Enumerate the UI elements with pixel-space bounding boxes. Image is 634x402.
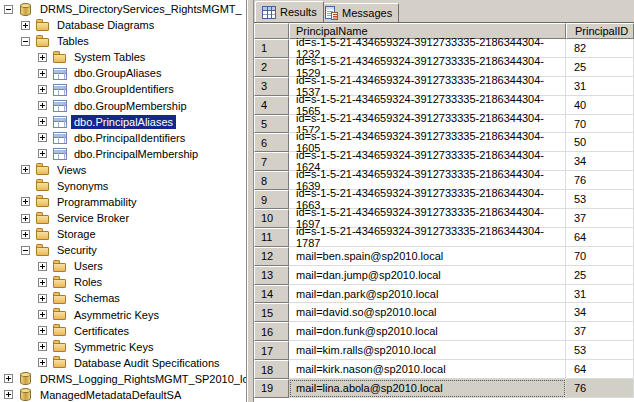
- tab-messages[interactable]: Messages: [318, 3, 399, 22]
- principalid-cell[interactable]: 34: [566, 152, 634, 171]
- expander-icon[interactable]: [21, 246, 30, 255]
- row-number-cell[interactable]: 13: [254, 266, 289, 285]
- principalid-cell[interactable]: 70: [566, 115, 634, 134]
- expander-icon[interactable]: [4, 5, 13, 14]
- row-number-cell[interactable]: 10: [254, 209, 289, 228]
- row-number-cell[interactable]: 16: [254, 322, 289, 341]
- tree-item-dbo-principalidentifiers[interactable]: dbo.PrincipalIdentifiers: [0, 130, 246, 146]
- tree-item-tables[interactable]: Tables: [0, 33, 246, 49]
- row-number-cell[interactable]: 2: [254, 58, 289, 77]
- tree-item-asymmetric-keys[interactable]: Asymmetric Keys: [0, 306, 246, 322]
- principalname-cell[interactable]: mail=lina.abola@sp2010.local: [289, 379, 566, 398]
- principalid-cell[interactable]: 82: [566, 39, 634, 58]
- tree-item-service-broker[interactable]: Service Broker: [0, 210, 246, 226]
- grid-corner-cell[interactable]: [254, 23, 289, 39]
- tree-item-synonyms[interactable]: Synonyms: [0, 178, 246, 194]
- principalid-cell[interactable]: 31: [566, 285, 634, 304]
- expander-icon[interactable]: [38, 133, 47, 142]
- principalid-cell[interactable]: 53: [566, 341, 634, 360]
- expander-icon[interactable]: [21, 230, 30, 239]
- row-number-cell[interactable]: 4: [254, 96, 289, 115]
- tree-item-programmability[interactable]: Programmability: [0, 194, 246, 210]
- row-number-cell[interactable]: 15: [254, 303, 289, 322]
- tree-item-system-tables[interactable]: System Tables: [0, 49, 246, 65]
- principalname-cell[interactable]: mail=don.funk@sp2010.local: [289, 322, 566, 341]
- row-number-cell[interactable]: 12: [254, 247, 289, 266]
- principalid-cell[interactable]: 76: [566, 379, 634, 398]
- row-number-cell[interactable]: 3: [254, 77, 289, 96]
- expander-icon[interactable]: [38, 117, 47, 126]
- principalid-cell[interactable]: 25: [566, 266, 634, 285]
- row-number-cell[interactable]: 7: [254, 152, 289, 171]
- expander-icon[interactable]: [21, 214, 30, 223]
- principalid-cell[interactable]: 25: [566, 58, 634, 77]
- row-number-cell[interactable]: 8: [254, 171, 289, 190]
- row-number-cell[interactable]: 6: [254, 133, 289, 152]
- principalid-cell[interactable]: 70: [566, 247, 634, 266]
- tree-item-database-audit-specifications[interactable]: Database Audit Specifications: [0, 355, 246, 371]
- row-number-cell[interactable]: 19: [254, 379, 289, 398]
- principalname-cell[interactable]: mail=dan.jump@sp2010.local: [289, 266, 566, 285]
- tab-results[interactable]: Results: [255, 1, 324, 22]
- expander-icon[interactable]: [38, 53, 47, 62]
- expander-icon[interactable]: [38, 69, 47, 78]
- principalname-cell[interactable]: mail=david.so@sp2010.local: [289, 303, 566, 322]
- tree-item-dbo-groupaliases[interactable]: dbo.GroupAliases: [0, 65, 246, 81]
- principalname-cell[interactable]: id=s-1-5-21-434659324-3912733335-2186344…: [289, 228, 566, 247]
- principalname-cell[interactable]: mail=kirk.nason@sp2010.local: [289, 360, 566, 379]
- row-number-cell[interactable]: 5: [254, 115, 289, 134]
- expander-icon[interactable]: [38, 326, 47, 335]
- tree-item-schemas[interactable]: Schemas: [0, 290, 246, 306]
- tree-item-storage[interactable]: Storage: [0, 226, 246, 242]
- expander-icon[interactable]: [38, 342, 47, 351]
- expander-icon[interactable]: [38, 101, 47, 110]
- tree-item-database-diagrams[interactable]: Database Diagrams: [0, 17, 246, 33]
- column-header-principalid[interactable]: PrincipalID: [566, 23, 634, 39]
- expander-icon[interactable]: [21, 21, 30, 30]
- expander-icon[interactable]: [38, 85, 47, 94]
- tree-item-dbo-groupmembership[interactable]: dbo.GroupMembership: [0, 97, 246, 113]
- expander-icon[interactable]: [21, 37, 30, 46]
- tree-item-roles[interactable]: Roles: [0, 274, 246, 290]
- tree-item-security[interactable]: Security: [0, 242, 246, 258]
- principalid-cell[interactable]: 64: [566, 228, 634, 247]
- tree-item-users[interactable]: Users: [0, 258, 246, 274]
- principalid-cell[interactable]: 40: [566, 96, 634, 115]
- principalid-cell[interactable]: 31: [566, 77, 634, 96]
- expander-icon[interactable]: [4, 374, 13, 383]
- principalid-cell[interactable]: 37: [566, 209, 634, 228]
- row-number-cell[interactable]: 9: [254, 190, 289, 209]
- tree-item-drms-logging-rightsmgmt-sp2010-lo[interactable]: DRMS_Logging_RightsMGMT_SP2010_lo: [0, 371, 246, 387]
- row-number-cell[interactable]: 11: [254, 228, 289, 247]
- expander-icon[interactable]: [38, 294, 47, 303]
- tree-item-drms-directoryservices-rightsmgmt-[interactable]: DRMS_DirectoryServices_RightsMGMT_: [0, 1, 246, 17]
- expander-icon[interactable]: [4, 390, 13, 399]
- row-number-cell[interactable]: 14: [254, 285, 289, 304]
- row-number-cell[interactable]: 1: [254, 39, 289, 58]
- tree-item-certificates[interactable]: Certificates: [0, 323, 246, 339]
- expander-icon[interactable]: [21, 197, 30, 206]
- tree-item-dbo-groupidentifiers[interactable]: dbo.GroupIdentifiers: [0, 81, 246, 97]
- expander-icon[interactable]: [38, 358, 47, 367]
- principalid-cell[interactable]: 76: [566, 171, 634, 190]
- expander-icon[interactable]: [21, 165, 30, 174]
- tree-item-symmetric-keys[interactable]: Symmetric Keys: [0, 339, 246, 355]
- principalname-cell[interactable]: mail=dan.park@sp2010.local: [289, 285, 566, 304]
- row-number-cell[interactable]: 17: [254, 341, 289, 360]
- database-icon: [19, 372, 33, 385]
- tree-item-views[interactable]: Views: [0, 162, 246, 178]
- principalid-cell[interactable]: 34: [566, 303, 634, 322]
- expander-icon[interactable]: [38, 149, 47, 158]
- tree-item-dbo-principalaliases[interactable]: dbo.PrincipalAliases: [0, 114, 246, 130]
- row-number-cell[interactable]: 18: [254, 360, 289, 379]
- expander-icon[interactable]: [38, 262, 47, 271]
- principalid-cell[interactable]: 50: [566, 133, 634, 152]
- tree-item-dbo-principalmembership[interactable]: dbo.PrincipalMembership: [0, 146, 246, 162]
- principalid-cell[interactable]: 53: [566, 190, 634, 209]
- expander-icon[interactable]: [38, 310, 47, 319]
- expander-icon[interactable]: [38, 278, 47, 287]
- principalid-cell[interactable]: 64: [566, 360, 634, 379]
- principalid-cell[interactable]: 37: [566, 322, 634, 341]
- principalname-cell[interactable]: mail=ben.spain@sp2010.local: [289, 247, 566, 266]
- principalname-cell[interactable]: mail=kim.ralls@sp2010.local: [289, 341, 566, 360]
